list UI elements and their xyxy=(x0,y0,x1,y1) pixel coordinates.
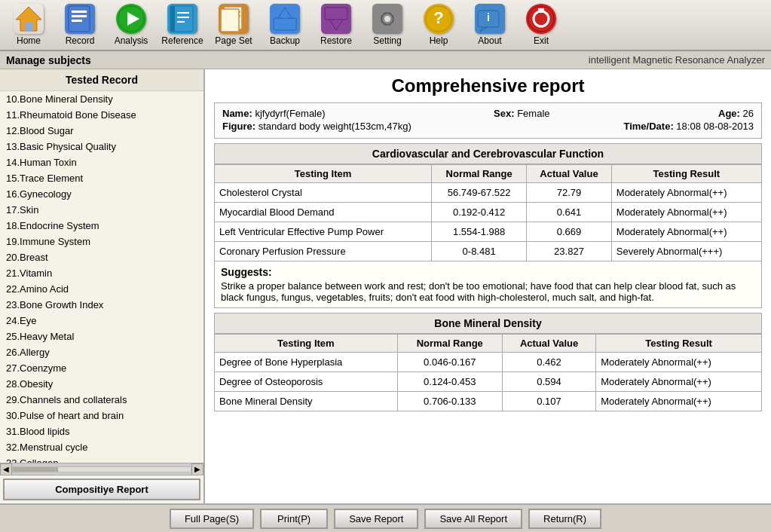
svg-rect-23 xyxy=(334,20,338,26)
help-icon: ? xyxy=(424,4,454,34)
svg-line-33 xyxy=(393,11,395,14)
sidebar-item-item14[interactable]: 14.Human Toxin xyxy=(0,154,203,170)
restore-icon xyxy=(321,4,351,34)
toolbar-item-record[interactable]: Record xyxy=(54,2,106,48)
table-cell: Moderately Abnormal(++) xyxy=(596,353,762,372)
svg-marker-37 xyxy=(480,27,488,32)
pageset-icon xyxy=(219,4,249,34)
sidebar-item-item27[interactable]: 27.Coenzyme xyxy=(0,360,203,376)
table-cell: Moderately Abnormal(++) xyxy=(596,372,762,392)
sidebar-item-item24[interactable]: 24.Eye xyxy=(0,313,203,329)
sidebar-item-item22[interactable]: 22.Amino Acid xyxy=(0,281,203,297)
sidebar-item-item20[interactable]: 20.Breast xyxy=(0,249,203,265)
sidebar-header: Tested Record xyxy=(0,69,203,91)
sidebar-item-item12[interactable]: 12.Blood Sugar xyxy=(0,123,203,139)
sidebar-item-item18[interactable]: 18.Endocrine System xyxy=(0,218,203,234)
table-row: Left Ventricular Effective Pump Power1.5… xyxy=(215,222,762,242)
hscroll-track[interactable] xyxy=(12,466,191,472)
table-cell: 0.462 xyxy=(502,353,595,372)
suggests-label: Suggests: xyxy=(221,266,755,278)
section-table-cardio: Testing ItemNormal RangeActual ValueTest… xyxy=(214,164,762,261)
toolbar-label-restore: Restore xyxy=(320,35,352,46)
toolbar-item-restore[interactable]: Restore xyxy=(311,2,362,48)
save_all-button[interactable]: Save All Report xyxy=(424,509,522,529)
record-icon xyxy=(65,4,95,34)
exit-icon xyxy=(526,4,556,34)
name-value: kjfydyrf(Female) xyxy=(255,108,325,119)
sidebar-item-item28[interactable]: 28.Obesity xyxy=(0,376,203,392)
table-cell: Severely Abnormal(+++) xyxy=(611,242,761,261)
hscroll-thumb[interactable] xyxy=(13,467,58,472)
svg-rect-1 xyxy=(25,23,32,31)
table-header: Testing Result xyxy=(596,335,762,353)
svg-rect-21 xyxy=(325,8,347,20)
report-area: Comprehensive report Name: kjfydyrf(Fema… xyxy=(205,69,771,503)
sidebar-item-item15[interactable]: 15.Trace Element xyxy=(0,170,203,186)
table-row: Degree of Bone Hyperplasia0.046-0.1670.4… xyxy=(215,353,762,372)
toolbar-item-backup[interactable]: Backup xyxy=(259,2,311,48)
toolbar-label-help: Help xyxy=(430,35,448,46)
save_report-button[interactable]: Save Report xyxy=(334,509,418,529)
table-header: Actual Value xyxy=(527,165,612,183)
toolbar-item-help[interactable]: ?Help xyxy=(413,2,464,48)
sex-value: Female xyxy=(517,108,549,119)
toolbar-label-home: Home xyxy=(17,35,41,46)
toolbar-item-setting[interactable]: Setting xyxy=(362,2,413,48)
table-row: Cholesterol Crystal56.749-67.52272.79Mod… xyxy=(215,183,762,203)
sidebar-item-item32[interactable]: 32.Menstrual cycle xyxy=(0,439,203,455)
sidebar-item-item23[interactable]: 23.Bone Growth Index xyxy=(0,297,203,313)
hscroll-left-btn[interactable]: ◀ xyxy=(0,463,12,475)
svg-line-27 xyxy=(393,24,395,26)
sidebar-item-item30[interactable]: 30.Pulse of heart and brain xyxy=(0,408,203,423)
sidebar-item-item11[interactable]: 11.Rheumatoid Bone Disease xyxy=(0,107,203,123)
sidebar-item-item25[interactable]: 25.Heavy Metal xyxy=(0,329,203,344)
sidebar-item-item19[interactable]: 19.Immune System xyxy=(0,234,203,249)
fullpage-button[interactable]: Full Page(S) xyxy=(170,509,254,529)
return-button[interactable]: Return(R) xyxy=(528,509,601,529)
table-cell: Cholesterol Crystal xyxy=(215,183,432,203)
svg-rect-5 xyxy=(72,20,82,22)
sidebar-item-item13[interactable]: 13.Basic Physical Quality xyxy=(0,139,203,154)
toolbar-item-analysis[interactable]: Analysis xyxy=(106,2,157,48)
svg-text:i: i xyxy=(487,11,490,23)
sidebar-list[interactable]: 10.Bone Mineral Density11.Rheumatoid Bon… xyxy=(0,91,203,463)
toolbar-item-pageset[interactable]: Page Set xyxy=(208,2,259,48)
section-title-cardio: Cardiovascular and Cerebrovascular Funct… xyxy=(214,143,762,164)
sidebar-item-item29[interactable]: 29.Channels and collaterals xyxy=(0,392,203,408)
patient-sex: Sex: Female xyxy=(494,108,549,119)
patient-age: Age: 26 xyxy=(718,108,754,119)
toolbar-item-reference[interactable]: Reference xyxy=(157,2,208,48)
sidebar-item-item10[interactable]: 10.Bone Mineral Density xyxy=(0,91,203,107)
toolbar-item-exit[interactable]: Exit xyxy=(516,2,567,48)
toolbar-label-analysis: Analysis xyxy=(115,35,148,46)
figure-value: standard body weight(153cm,47kg) xyxy=(259,121,412,132)
sidebar-item-item16[interactable]: 16.Gynecology xyxy=(0,186,203,202)
age-value: 26 xyxy=(743,108,754,119)
table-cell: Moderately Abnormal(++) xyxy=(611,203,761,222)
hscroll-right-btn[interactable]: ▶ xyxy=(191,463,203,475)
compositive-report-button[interactable]: Compositiye Report xyxy=(3,478,200,500)
toolbar-item-home[interactable]: Home xyxy=(3,2,54,48)
svg-rect-18 xyxy=(274,18,296,30)
sidebar-item-item33[interactable]: 33.Collagen xyxy=(0,455,203,463)
figure-label: Figure: xyxy=(222,121,255,132)
report-scroll[interactable]: Comprehensive report Name: kjfydyrf(Fema… xyxy=(205,69,771,503)
print-button[interactable]: Print(P) xyxy=(260,509,328,529)
sidebar-hscrollbar[interactable]: ◀ ▶ xyxy=(0,463,203,475)
table-cell: 0.107 xyxy=(502,392,595,411)
svg-rect-17 xyxy=(221,9,239,32)
sidebar-item-item31[interactable]: 31.Blood lipids xyxy=(0,423,203,439)
sidebar-item-item17[interactable]: 17.Skin xyxy=(0,202,203,218)
svg-rect-10 xyxy=(177,12,189,14)
home-icon xyxy=(14,4,44,34)
toolbar-label-reference: Reference xyxy=(161,35,203,46)
toolbar-item-about[interactable]: iAbout xyxy=(464,2,516,48)
svg-rect-12 xyxy=(177,21,185,23)
table-row: Degree of Osteoporosis0.124-0.4530.594Mo… xyxy=(215,372,762,392)
sidebar-item-item21[interactable]: 21.Vitamin xyxy=(0,265,203,281)
table-cell: 0-8.481 xyxy=(432,242,527,261)
suggests-text: Strike a proper balance between work and… xyxy=(221,280,755,303)
sections-container: Cardiovascular and Cerebrovascular Funct… xyxy=(214,143,762,411)
table-header: Testing Item xyxy=(215,165,432,183)
sidebar-item-item26[interactable]: 26.Allergy xyxy=(0,344,203,360)
